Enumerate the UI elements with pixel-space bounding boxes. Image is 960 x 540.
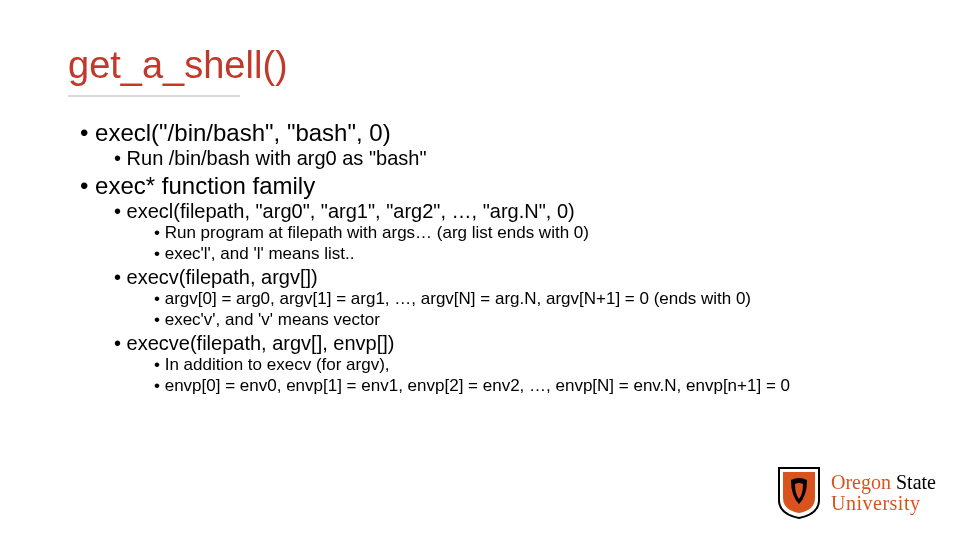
bullet-execl-example: execl("/bin/bash", "bash", 0) Run /bin/b… [80,119,960,170]
logo-word-oregon: Oregon [831,471,891,493]
title-underline [68,95,240,97]
bullet-text: exec'l', and 'l' means list.. [165,244,355,263]
bullet-execv-note2: exec'v', and 'v' means vector [154,310,960,330]
bullet-text: In addition to execv (for argv), [165,355,390,374]
bullet-text: argv[0] = arg0, argv[1] = arg1, …, argv[… [165,289,751,308]
bullet-execl-sig: execl(filepath, "arg0", "arg1", "arg2", … [114,200,960,264]
logo-text: Oregon State University [831,472,936,514]
bullet-text: execl(filepath, "arg0", "arg1", "arg2", … [127,200,575,222]
bullet-execv-note1: argv[0] = arg0, argv[1] = arg1, …, argv[… [154,289,960,309]
bullet-text: execv(filepath, argv[]) [127,266,318,288]
bullet-text: exec'v', and 'v' means vector [165,310,380,329]
bullet-text: execve(filepath, argv[], envp[]) [127,332,395,354]
bullet-execve-sig: execve(filepath, argv[], envp[]) In addi… [114,332,960,396]
bullet-text: exec* function family [95,172,315,199]
bullet-execve-note2: envp[0] = env0, envp[1] = env1, envp[2] … [154,376,960,396]
bullet-text: envp[0] = env0, envp[1] = env1, envp[2] … [165,376,790,395]
logo-word-state: State [896,471,936,493]
bullet-text: execl("/bin/bash", "bash", 0) [95,119,391,146]
slide-title: get_a_shell() [0,0,960,87]
bullet-execl-desc: Run /bin/bash with arg0 as "bash" [114,147,960,170]
shield-icon [777,466,821,520]
logo-line2: University [831,493,936,514]
bullet-text: Run /bin/bash with arg0 as "bash" [127,147,427,169]
slide-content: execl("/bin/bash", "bash", 0) Run /bin/b… [0,87,960,396]
bullet-execve-note1: In addition to execv (for argv), [154,355,960,375]
bullet-exec-family: exec* function family execl(filepath, "a… [80,172,960,396]
bullet-execl-note1: Run program at filepath with args… (arg … [154,223,960,243]
bullet-execv-sig: execv(filepath, argv[]) argv[0] = arg0, … [114,266,960,330]
logo-line1: Oregon State [831,472,936,493]
bullet-execl-note2: exec'l', and 'l' means list.. [154,244,960,264]
university-logo: Oregon State University [777,466,936,520]
bullet-text: Run program at filepath with args… (arg … [165,223,589,242]
